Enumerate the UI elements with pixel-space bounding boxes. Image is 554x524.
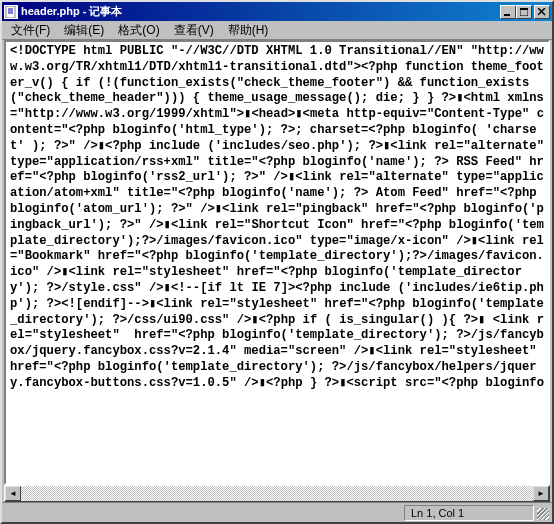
- menu-edit[interactable]: 编辑(E): [57, 20, 111, 41]
- resize-grip[interactable]: [534, 505, 550, 521]
- maximize-button[interactable]: [516, 5, 532, 19]
- window-title: header.php - 记事本: [21, 4, 500, 19]
- scroll-track[interactable]: [21, 486, 533, 501]
- minimize-button[interactable]: [500, 5, 516, 19]
- document-text: <!DOCTYPE html PUBLIC "-//W3C//DTD XHTML…: [10, 44, 544, 392]
- app-icon: [4, 5, 18, 19]
- menu-file[interactable]: 文件(F): [4, 20, 57, 41]
- text-area[interactable]: <!DOCTYPE html PUBLIC "-//W3C//DTD XHTML…: [4, 40, 550, 485]
- scroll-left-button[interactable]: ◄: [5, 486, 21, 501]
- menu-help[interactable]: 帮助(H): [221, 20, 276, 41]
- notepad-window: header.php - 记事本 文件(F) 编辑(E) 格式(O) 查看(V)…: [0, 0, 554, 524]
- menu-format[interactable]: 格式(O): [111, 20, 166, 41]
- close-button[interactable]: [534, 5, 550, 19]
- menu-view[interactable]: 查看(V): [167, 20, 221, 41]
- svg-rect-0: [6, 6, 15, 18]
- status-position: Ln 1, Col 1: [404, 505, 534, 521]
- svg-rect-4: [504, 14, 510, 16]
- titlebar[interactable]: header.php - 记事本: [2, 2, 552, 21]
- statusbar: Ln 1, Col 1: [2, 502, 552, 522]
- scroll-right-button[interactable]: ►: [533, 486, 549, 501]
- horizontal-scrollbar[interactable]: ◄ ►: [4, 485, 550, 502]
- window-controls: [500, 5, 550, 19]
- svg-rect-6: [520, 8, 528, 10]
- menubar: 文件(F) 编辑(E) 格式(O) 查看(V) 帮助(H): [2, 21, 552, 40]
